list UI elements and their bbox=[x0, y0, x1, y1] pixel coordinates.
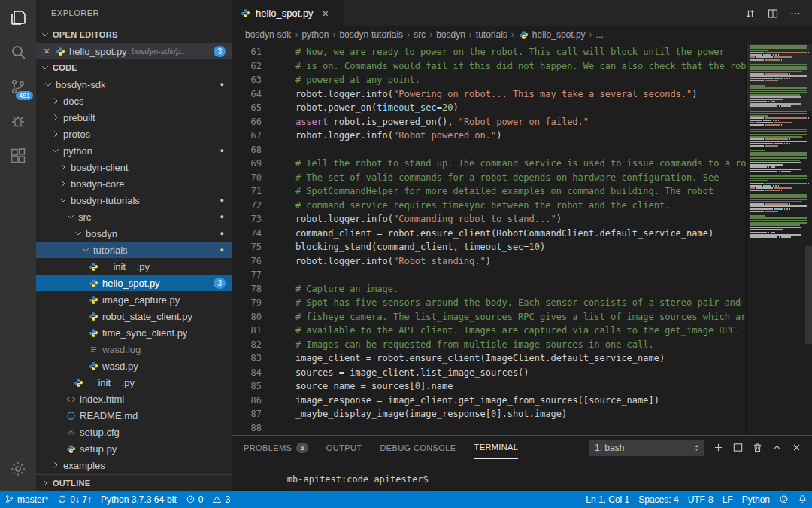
panel-tab-problems[interactable]: PROBLEMS3 bbox=[244, 436, 308, 459]
status-feedback[interactable] bbox=[774, 491, 793, 508]
activity-explorer[interactable] bbox=[0, 0, 36, 35]
split-terminal-icon[interactable] bbox=[729, 440, 746, 456]
breadcrumb-python[interactable]: python bbox=[300, 29, 330, 40]
close-icon[interactable]: × bbox=[323, 8, 329, 20]
py-file-icon bbox=[518, 29, 530, 41]
status-encoding[interactable]: UTF-8 bbox=[683, 491, 718, 508]
code-line: 76 robot.logger.info("Robot standing.") bbox=[232, 254, 746, 269]
close-icon[interactable]: × bbox=[41, 45, 53, 57]
file-image-capture-py[interactable]: image_capture.py bbox=[36, 291, 232, 308]
file-hello-spot-py[interactable]: hello_spot.py3 bbox=[36, 275, 232, 291]
panel-controls: 1: bash ▲▼ bbox=[589, 440, 804, 456]
bell-icon bbox=[798, 494, 807, 504]
folder-bosdyn[interactable]: bosdyn● bbox=[36, 225, 232, 242]
folder-examples[interactable]: examples bbox=[36, 457, 232, 473]
folder-bosdyn-core[interactable]: bosdyn-core bbox=[36, 175, 232, 192]
split-editor-icon[interactable] bbox=[764, 5, 782, 23]
status-git-branch[interactable]: master* bbox=[0, 491, 53, 508]
file-setup-py[interactable]: setup.py bbox=[36, 440, 232, 457]
activity-extensions[interactable] bbox=[0, 138, 36, 173]
minimap[interactable] bbox=[746, 43, 812, 435]
status-eol[interactable]: LF bbox=[718, 491, 738, 508]
open-editor-item[interactable]: × hello_spot.py bosdyn-sdk/p... 3 bbox=[36, 43, 232, 59]
panel-tab-output[interactable]: OUTPUT bbox=[326, 436, 362, 459]
git-modified-dot: ● bbox=[220, 230, 224, 237]
line-number: 65 bbox=[232, 101, 262, 115]
chevron-right-icon bbox=[39, 477, 51, 489]
status-sync-changes[interactable]: 0↓ 7↑ bbox=[53, 491, 96, 508]
activity-debug[interactable] bbox=[0, 104, 36, 138]
editor-scrollbar[interactable] bbox=[805, 246, 812, 344]
breadcrumb-bosdyn-sdk[interactable]: bosdyn-sdk bbox=[244, 29, 292, 40]
new-terminal-icon[interactable] bbox=[710, 440, 726, 456]
open-editors-label: OPEN EDITORS bbox=[53, 30, 118, 39]
activity-search[interactable] bbox=[0, 35, 36, 69]
activity-settings[interactable] bbox=[0, 452, 36, 486]
py-file-icon bbox=[72, 376, 84, 388]
terminal-output[interactable]: mb-apitest:code apitester$ bbox=[232, 459, 812, 495]
tab-hello-spot-py[interactable]: hello_spot.py × bbox=[232, 0, 344, 26]
chevron-right-icon bbox=[50, 111, 62, 123]
status-python-interpreter[interactable]: Python 3.7.3 64-bit bbox=[96, 491, 181, 508]
file-readme-md[interactable]: README.md bbox=[36, 407, 232, 424]
folder-docs[interactable]: docs bbox=[36, 93, 232, 109]
status-problems-warnings[interactable]: 3 bbox=[208, 491, 235, 508]
line-number: 73 bbox=[232, 212, 262, 227]
file-robot-state-client-py[interactable]: robot_state_client.py bbox=[36, 308, 232, 324]
panel-tab-debug-console[interactable]: DEBUG CONSOLE bbox=[380, 436, 456, 459]
code-line: 78 # Capture an image. bbox=[232, 282, 746, 297]
status-problems-errors[interactable]: 0 bbox=[181, 491, 208, 508]
minimap-slider[interactable] bbox=[747, 44, 812, 111]
explorer-sidebar: EXPLORER OPEN EDITORS × hello_spot.py bo… bbox=[36, 0, 232, 491]
breadcrumb-src[interactable]: src bbox=[412, 29, 427, 40]
file-wasd-py[interactable]: wasd.py bbox=[36, 357, 232, 374]
breadcrumb-bosdyn[interactable]: bosdyn bbox=[435, 29, 467, 40]
maximize-panel-icon[interactable] bbox=[768, 440, 785, 456]
compare-changes-icon[interactable] bbox=[741, 5, 759, 23]
file-init-py[interactable]: __init__.py bbox=[36, 374, 232, 391]
folder-prebuilt[interactable]: prebuilt bbox=[36, 109, 232, 126]
kill-terminal-icon[interactable] bbox=[749, 440, 765, 456]
file-init-py[interactable]: __init__.py bbox=[36, 258, 232, 275]
activity-source-control[interactable]: 451 bbox=[0, 69, 36, 104]
item-label: robot_state_client.py bbox=[102, 311, 192, 322]
debug-icon bbox=[9, 112, 27, 130]
code-line: 71 # SpotCommandHelper for more detailed… bbox=[232, 184, 746, 199]
git-modified-dot: ● bbox=[220, 213, 224, 221]
select-arrows-icon: ▲▼ bbox=[695, 444, 698, 452]
folder-bosdyn-client[interactable]: bosdyn-client bbox=[36, 159, 232, 175]
more-actions-icon[interactable] bbox=[786, 5, 804, 23]
status-language-mode[interactable]: Python bbox=[738, 491, 774, 508]
breadcrumb-tutorials[interactable]: tutorials bbox=[474, 29, 509, 40]
breadcrumb-hello-spot-py[interactable]: hello_spot.py bbox=[517, 29, 587, 41]
close-panel-icon[interactable] bbox=[788, 440, 804, 456]
item-label: hello_spot.py bbox=[102, 278, 160, 289]
folder-bosdyn-tutorials[interactable]: bosdyn-tutorials● bbox=[36, 192, 232, 208]
status-notifications[interactable] bbox=[793, 491, 812, 508]
file-setup-cfg[interactable]: setup.cfg bbox=[36, 424, 232, 440]
item-label: time_sync_client.py bbox=[102, 327, 187, 339]
folder-src[interactable]: src● bbox=[36, 208, 232, 225]
panel-tab-terminal[interactable]: TERMINAL bbox=[474, 436, 519, 459]
code-line: 75 blocking_stand(command_client, timeou… bbox=[232, 240, 746, 254]
folder-tutorials[interactable]: tutorials● bbox=[36, 242, 232, 258]
terminal-shell-select[interactable]: 1: bash ▲▼ bbox=[589, 440, 704, 456]
breadcrumb-separator: › bbox=[429, 29, 432, 40]
folder-bosdyn-sdk[interactable]: bosdyn-sdk● bbox=[36, 76, 232, 93]
outline-header[interactable]: OUTLINE bbox=[36, 474, 232, 491]
status-cursor-position[interactable]: Ln 1, Col 1 bbox=[581, 491, 634, 508]
file-time-sync-client-py[interactable]: time_sync_client.py bbox=[36, 324, 232, 341]
code-line: 65 robot.power_on(timeout_sec=20) bbox=[232, 101, 746, 115]
code-section-header[interactable]: CODE bbox=[36, 59, 232, 76]
file-index-html[interactable]: index.html bbox=[36, 391, 232, 407]
item-label: __init__.py bbox=[102, 261, 150, 272]
status-indentation[interactable]: Spaces: 4 bbox=[634, 491, 683, 508]
breadcrumb-more[interactable]: ... bbox=[595, 29, 605, 40]
breadcrumb-bosdyn-tutorials[interactable]: bosdyn-tutorials bbox=[338, 29, 404, 40]
code-content[interactable]: 61 # Now, we are ready to power on the r… bbox=[232, 43, 746, 435]
open-editors-header[interactable]: OPEN EDITORS bbox=[36, 26, 232, 43]
item-label: bosdyn-client bbox=[71, 162, 129, 173]
folder-protos[interactable]: protos bbox=[36, 126, 232, 142]
folder-python[interactable]: python● bbox=[36, 142, 232, 159]
file-wasd-log[interactable]: wasd.log bbox=[36, 341, 232, 357]
